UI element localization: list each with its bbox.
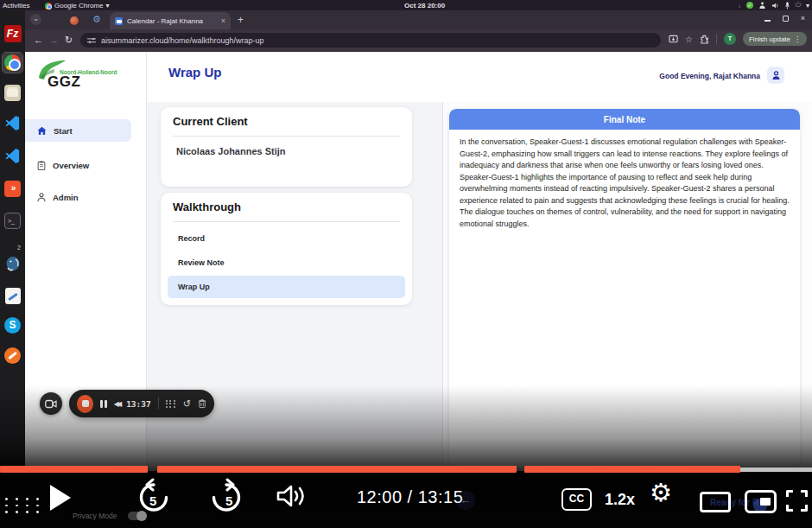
step-record[interactable]: Record — [168, 227, 405, 250]
drag-handle-dots[interactable] — [5, 498, 41, 513]
activities-button[interactable]: Activities — [3, 2, 30, 10]
kebab-menu-icon: ⋮ — [794, 35, 801, 43]
finish-update-button[interactable]: Finish update ⋮ — [743, 32, 807, 46]
walkthrough-title: Walkthrough — [173, 200, 241, 213]
tab-search-button[interactable]: ⌄ — [30, 14, 41, 25]
dock-text-editor-icon[interactable] — [3, 286, 22, 306]
restore-button[interactable] — [783, 16, 789, 22]
step-label: Record — [178, 234, 205, 243]
theater-mode-button[interactable] — [700, 492, 731, 512]
divider — [173, 221, 400, 222]
postgresql-logo — [4, 256, 22, 273]
vscode-logo — [4, 115, 21, 131]
reload-button[interactable]: ↻ — [65, 35, 73, 46]
progress-played-segment[interactable] — [0, 466, 148, 473]
trash-icon[interactable] — [198, 398, 206, 409]
greeting-text: Good Evening, Rajat Khanna — [659, 72, 760, 80]
stop-recording-button[interactable] — [77, 395, 93, 413]
person-icon — [771, 71, 781, 80]
progress-buffer[interactable] — [740, 468, 812, 472]
restart-icon[interactable]: ↺ — [183, 398, 191, 410]
divider — [173, 136, 400, 137]
time-display: 12:00 / 13:15 — [357, 487, 463, 507]
tab-close-button[interactable]: × — [221, 16, 225, 25]
extensions-icon[interactable] — [700, 35, 709, 44]
current-client-title: Current Client — [173, 115, 248, 128]
sidebar-item-label: Admin — [53, 193, 79, 202]
privacy-mode-toggle[interactable] — [128, 512, 147, 520]
ggz-logo[interactable]: Noord-Holland-Noord GGZ — [37, 59, 141, 99]
underlying-back-button: ← — [456, 491, 475, 510]
forward-button[interactable]: → — [49, 35, 59, 45]
client-name: Nicolaas Johannes Stijn — [176, 146, 286, 156]
dock-postgresql-icon[interactable] — [3, 254, 22, 274]
new-tab-button[interactable]: + — [238, 14, 244, 26]
time-separator: / — [403, 487, 418, 506]
active-tab[interactable]: Calendar - Rajat Khanna × — [110, 12, 231, 29]
step-wrap-up[interactable]: Wrap Up — [168, 276, 405, 298]
vscode-logo — [4, 148, 21, 164]
dock-filezilla-icon[interactable]: Fz — [3, 23, 22, 43]
progress-played-segment[interactable] — [524, 466, 740, 473]
clock[interactable]: Oct 28 20:00 — [404, 2, 445, 10]
dock-deployer-icon[interactable]: » — [3, 179, 22, 199]
sidebar-item-overview[interactable]: Overview — [25, 154, 131, 176]
progress-bar[interactable] — [0, 466, 812, 473]
dock-vscode2-icon[interactable] — [3, 146, 22, 166]
app-menu[interactable]: Google Chrome ▾ — [45, 2, 110, 10]
pinned-tab-icon[interactable] — [70, 16, 79, 25]
volume-button[interactable] — [276, 483, 308, 509]
profile-button[interactable] — [767, 67, 784, 84]
bookmark-star-icon[interactable]: ☆ — [685, 35, 693, 44]
chrome-logo — [4, 54, 21, 71]
caret-down-icon: ▾ — [105, 2, 109, 10]
picture-in-picture-button[interactable] — [745, 490, 777, 513]
captions-button[interactable]: CC — [561, 488, 592, 511]
dock-chrome-icon[interactable] — [3, 53, 22, 73]
camcorder-icon — [45, 399, 57, 409]
notes-logo — [4, 347, 21, 364]
fullscreen-button[interactable] — [786, 490, 808, 512]
pause-recording-button[interactable] — [100, 400, 107, 408]
playback-speed-button[interactable]: 1.2x — [605, 491, 635, 509]
person-icon — [37, 193, 46, 202]
install-icon[interactable] — [669, 35, 678, 44]
current-time: 12:00 — [357, 487, 403, 506]
power-icon: ⏻︎ — [796, 1, 801, 10]
screen: Activities Google Chrome ▾ Oct 28 20:00 … — [0, 0, 812, 528]
profile-avatar[interactable]: T — [724, 33, 736, 45]
back-button[interactable]: ← — [34, 35, 43, 45]
camera-toggle-button[interactable] — [40, 392, 62, 415]
play-button[interactable] — [50, 485, 71, 511]
url-bar[interactable]: aisummarizer.cloud/home/walkthrough/wrap… — [80, 33, 661, 48]
sidebar-item-start[interactable]: Start — [25, 119, 131, 142]
dock-files-icon[interactable] — [3, 83, 22, 103]
files-logo — [4, 85, 21, 101]
pinned-tab-settings-icon[interactable]: ⚙ — [92, 14, 101, 25]
system-tray[interactable]: ↓ ✓ ⏻︎ ▾ — [738, 1, 809, 10]
forward-5-button[interactable]: 5 — [207, 478, 245, 516]
dock-vscode-icon[interactable] — [3, 113, 22, 133]
settings-gear-button[interactable]: ⚙ — [650, 480, 672, 506]
step-review-note[interactable]: Review Note — [168, 251, 405, 274]
final-note-header: Final Note — [449, 109, 800, 130]
dock-badge: 2 — [17, 245, 21, 251]
close-button[interactable]: × — [801, 14, 805, 22]
dock-terminal-icon[interactable]: >_ — [3, 211, 22, 231]
filezilla-logo: Fz — [4, 25, 22, 42]
sidebar-item-admin[interactable]: Admin — [25, 186, 131, 208]
svg-text:5: 5 — [149, 493, 156, 508]
minimize-button[interactable] — [764, 20, 771, 22]
terminal-logo: >_ — [4, 213, 21, 229]
progress-played-segment[interactable] — [157, 466, 516, 473]
dock-notes-icon[interactable] — [3, 346, 22, 366]
app-menu-label: Google Chrome — [54, 2, 103, 10]
divider — [158, 398, 159, 410]
dock-skype-icon[interactable]: S — [3, 315, 22, 335]
site-controls-icon — [87, 37, 96, 44]
home-icon — [37, 126, 47, 136]
step-label: Wrap Up — [178, 283, 210, 291]
grid-icon[interactable] — [166, 400, 176, 408]
status-check-icon: ✓ — [746, 2, 753, 9]
rewind-icon[interactable]: ◀◀ — [114, 400, 119, 408]
